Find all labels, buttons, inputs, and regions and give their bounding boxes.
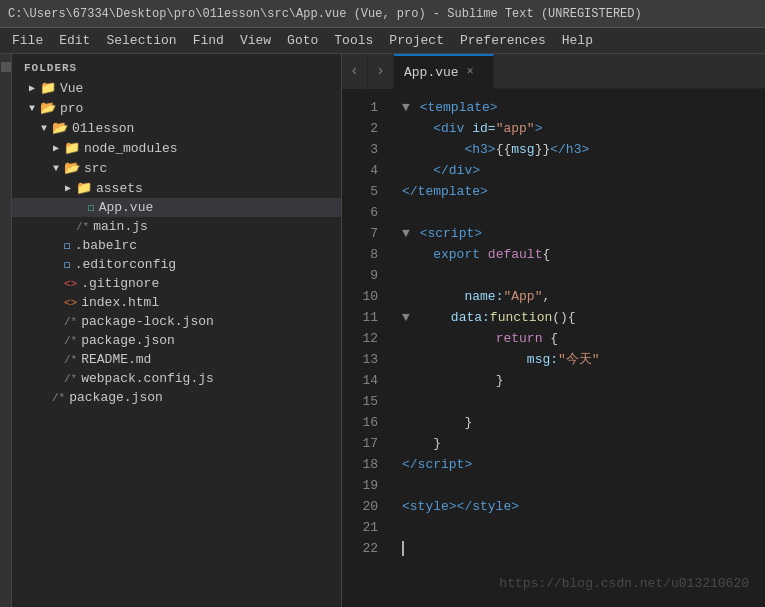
line-num: 22 bbox=[342, 538, 378, 559]
vue-file-icon: ◻ bbox=[88, 201, 95, 214]
folder-label: 01lesson bbox=[72, 121, 134, 136]
code-editor[interactable]: ▼ <template> <div id="app"> <h3>{{msg}}<… bbox=[386, 89, 765, 607]
line-num: 15 bbox=[342, 391, 378, 412]
arrow-icon: ▶ bbox=[60, 182, 76, 194]
sidebar-item-src[interactable]: ▼ 📂 src bbox=[12, 158, 341, 178]
html-icon: <> bbox=[64, 297, 77, 309]
line-num: 13 bbox=[342, 349, 378, 370]
json-icon: /* bbox=[64, 316, 77, 328]
editor-content: 1 2 3 4 5 6 7 8 9 10 11 12 13 14 15 16 1… bbox=[342, 89, 765, 607]
line-num: 1 bbox=[342, 97, 378, 118]
line-num: 16 bbox=[342, 412, 378, 433]
line-num: 19 bbox=[342, 475, 378, 496]
sidebar-item-pro[interactable]: ▼ 📂 pro bbox=[12, 98, 341, 118]
title-bar: C:\Users\67334\Desktop\pro\01lesson\src\… bbox=[0, 0, 765, 28]
title-text: C:\Users\67334\Desktop\pro\01lesson\src\… bbox=[8, 7, 642, 21]
file-label: index.html bbox=[81, 295, 159, 310]
sidebar-item-01lesson[interactable]: ▼ 📂 01lesson bbox=[12, 118, 341, 138]
file-label: main.js bbox=[93, 219, 148, 234]
line-num: 14 bbox=[342, 370, 378, 391]
sidebar-item-vue[interactable]: ▶ 📁 Vue bbox=[12, 78, 341, 98]
folder-label: node_modules bbox=[84, 141, 178, 156]
folder-icon: 📁 bbox=[40, 80, 56, 96]
sidebar-item-babelrc[interactable]: ◻ .babelrc bbox=[12, 236, 341, 255]
js-icon: /* bbox=[64, 373, 77, 385]
sidebar-item-gitignore[interactable]: <> .gitignore bbox=[12, 274, 341, 293]
arrow-icon: ▼ bbox=[48, 163, 64, 174]
sidebar-item-webpack[interactable]: /* webpack.config.js bbox=[12, 369, 341, 388]
sidebar-item-editorconfig[interactable]: ◻ .editorconfig bbox=[12, 255, 341, 274]
line-num: 6 bbox=[342, 202, 378, 223]
folder-icon: 📂 bbox=[52, 120, 68, 136]
folder-icon: 📁 bbox=[64, 140, 80, 156]
menu-view[interactable]: View bbox=[232, 29, 279, 52]
sidebar-item-package-lock[interactable]: /* package-lock.json bbox=[12, 312, 341, 331]
activity-bar bbox=[0, 54, 12, 607]
tab-next-button[interactable]: › bbox=[368, 54, 394, 89]
line-num: 4 bbox=[342, 160, 378, 181]
file-icon: ◻ bbox=[64, 239, 71, 252]
main-layout: FOLDERS ▶ 📁 Vue ▼ 📂 pro ▼ 📂 01lesson ▶ 📁… bbox=[0, 54, 765, 607]
arrow-icon: ▶ bbox=[24, 82, 40, 94]
sidebar-toggle[interactable] bbox=[1, 62, 11, 72]
md-icon: /* bbox=[64, 354, 77, 366]
folder-label: src bbox=[84, 161, 107, 176]
tab-prev-button[interactable]: ‹ bbox=[342, 54, 368, 89]
folder-icon: 📂 bbox=[40, 100, 56, 116]
folder-label: pro bbox=[60, 101, 83, 116]
line-num: 9 bbox=[342, 265, 378, 286]
sidebar-item-readme[interactable]: /* README.md bbox=[12, 350, 341, 369]
folder-label: Vue bbox=[60, 81, 83, 96]
sidebar-item-package-json[interactable]: /* package.json bbox=[12, 331, 341, 350]
menu-preferences[interactable]: Preferences bbox=[452, 29, 554, 52]
tab-close-button[interactable]: × bbox=[467, 65, 474, 79]
file-label: package-lock.json bbox=[81, 314, 214, 329]
sidebar-item-node-modules[interactable]: ▶ 📁 node_modules bbox=[12, 138, 341, 158]
menu-selection[interactable]: Selection bbox=[98, 29, 184, 52]
line-num: 3 bbox=[342, 139, 378, 160]
tab-label: App.vue bbox=[404, 65, 459, 80]
sidebar-item-index-html[interactable]: <> index.html bbox=[12, 293, 341, 312]
tab-bar: ‹ › App.vue × bbox=[342, 54, 765, 89]
file-label: webpack.config.js bbox=[81, 371, 214, 386]
folder-label: assets bbox=[96, 181, 143, 196]
sidebar-item-pro-package[interactable]: /* package.json bbox=[12, 388, 341, 407]
menu-tools[interactable]: Tools bbox=[326, 29, 381, 52]
line-numbers: 1 2 3 4 5 6 7 8 9 10 11 12 13 14 15 16 1… bbox=[342, 89, 386, 607]
line-num: 18 bbox=[342, 454, 378, 475]
editor-tab-app-vue[interactable]: App.vue × bbox=[394, 54, 494, 89]
arrow-icon: ▶ bbox=[48, 142, 64, 154]
file-label: App.vue bbox=[99, 200, 154, 215]
line-num: 8 bbox=[342, 244, 378, 265]
sidebar-item-assets[interactable]: ▶ 📁 assets bbox=[12, 178, 341, 198]
line-num: 11 bbox=[342, 307, 378, 328]
line-num: 20 bbox=[342, 496, 378, 517]
file-label: package.json bbox=[69, 390, 163, 405]
file-label: package.json bbox=[81, 333, 175, 348]
menu-goto[interactable]: Goto bbox=[279, 29, 326, 52]
line-num: 10 bbox=[342, 286, 378, 307]
editor-area: ‹ › App.vue × 1 2 3 4 5 6 7 8 9 10 11 12 bbox=[342, 54, 765, 607]
watermark: https://blog.csdn.net/u013210620 bbox=[499, 576, 749, 591]
file-label: .babelrc bbox=[75, 238, 137, 253]
folder-icon: 📂 bbox=[64, 160, 80, 176]
line-num: 2 bbox=[342, 118, 378, 139]
js-file-icon: /* bbox=[76, 221, 89, 233]
file-icon: ◻ bbox=[64, 258, 71, 271]
arrow-icon: ▼ bbox=[36, 123, 52, 134]
arrow-icon: ▼ bbox=[24, 103, 40, 114]
sidebar-header: FOLDERS bbox=[12, 54, 341, 78]
menu-help[interactable]: Help bbox=[554, 29, 601, 52]
sidebar-item-app-vue[interactable]: ◻ App.vue bbox=[12, 198, 341, 217]
line-num: 21 bbox=[342, 517, 378, 538]
menu-bar: File Edit Selection Find View Goto Tools… bbox=[0, 28, 765, 54]
menu-edit[interactable]: Edit bbox=[51, 29, 98, 52]
json-icon: /* bbox=[64, 335, 77, 347]
menu-file[interactable]: File bbox=[4, 29, 51, 52]
menu-project[interactable]: Project bbox=[381, 29, 452, 52]
line-num: 17 bbox=[342, 433, 378, 454]
line-num: 5 bbox=[342, 181, 378, 202]
file-label: .gitignore bbox=[81, 276, 159, 291]
menu-find[interactable]: Find bbox=[185, 29, 232, 52]
sidebar-item-main-js[interactable]: /* main.js bbox=[12, 217, 341, 236]
